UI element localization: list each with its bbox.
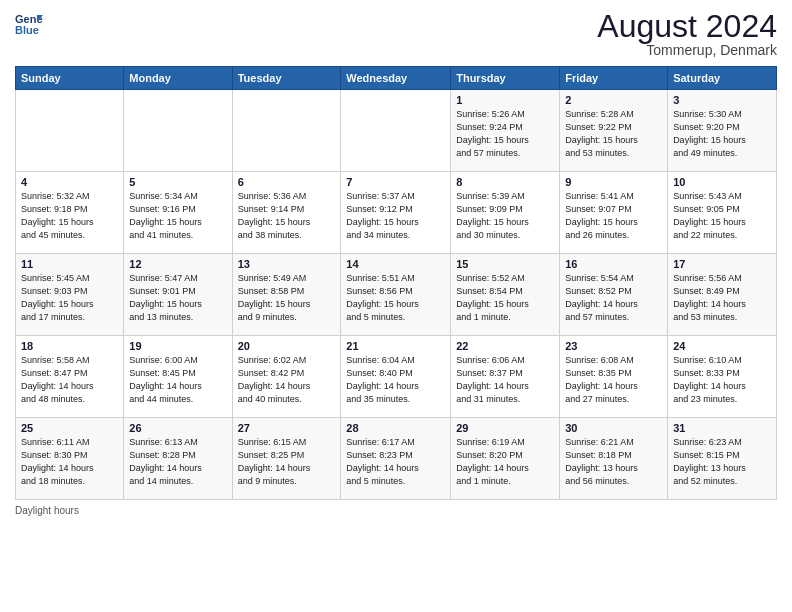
month-title: August 2024	[597, 10, 777, 42]
day-cell-9: 9Sunrise: 5:41 AM Sunset: 9:07 PM Daylig…	[560, 172, 668, 254]
day-cell-26: 26Sunrise: 6:13 AM Sunset: 8:28 PM Dayli…	[124, 418, 232, 500]
day-info-24: Sunrise: 6:10 AM Sunset: 8:33 PM Dayligh…	[673, 354, 771, 406]
day-cell-22: 22Sunrise: 6:06 AM Sunset: 8:37 PM Dayli…	[451, 336, 560, 418]
day-cell-23: 23Sunrise: 6:08 AM Sunset: 8:35 PM Dayli…	[560, 336, 668, 418]
day-number-21: 21	[346, 340, 445, 352]
logo-icon: General Blue	[15, 10, 43, 38]
day-info-19: Sunrise: 6:00 AM Sunset: 8:45 PM Dayligh…	[129, 354, 226, 406]
day-cell-19: 19Sunrise: 6:00 AM Sunset: 8:45 PM Dayli…	[124, 336, 232, 418]
day-cell-2: 2Sunrise: 5:28 AM Sunset: 9:22 PM Daylig…	[560, 90, 668, 172]
day-info-18: Sunrise: 5:58 AM Sunset: 8:47 PM Dayligh…	[21, 354, 118, 406]
day-cell-10: 10Sunrise: 5:43 AM Sunset: 9:05 PM Dayli…	[668, 172, 777, 254]
day-info-7: Sunrise: 5:37 AM Sunset: 9:12 PM Dayligh…	[346, 190, 445, 242]
day-cell-25: 25Sunrise: 6:11 AM Sunset: 8:30 PM Dayli…	[16, 418, 124, 500]
day-info-10: Sunrise: 5:43 AM Sunset: 9:05 PM Dayligh…	[673, 190, 771, 242]
weekday-sunday: Sunday	[16, 67, 124, 90]
day-cell-3: 3Sunrise: 5:30 AM Sunset: 9:20 PM Daylig…	[668, 90, 777, 172]
day-number-2: 2	[565, 94, 662, 106]
day-info-6: Sunrise: 5:36 AM Sunset: 9:14 PM Dayligh…	[238, 190, 336, 242]
day-cell-28: 28Sunrise: 6:17 AM Sunset: 8:23 PM Dayli…	[341, 418, 451, 500]
day-info-3: Sunrise: 5:30 AM Sunset: 9:20 PM Dayligh…	[673, 108, 771, 160]
weekday-tuesday: Tuesday	[232, 67, 341, 90]
day-cell-24: 24Sunrise: 6:10 AM Sunset: 8:33 PM Dayli…	[668, 336, 777, 418]
day-number-8: 8	[456, 176, 554, 188]
weekday-monday: Monday	[124, 67, 232, 90]
day-number-5: 5	[129, 176, 226, 188]
weekday-friday: Friday	[560, 67, 668, 90]
day-info-13: Sunrise: 5:49 AM Sunset: 8:58 PM Dayligh…	[238, 272, 336, 324]
weekday-thursday: Thursday	[451, 67, 560, 90]
day-cell-6: 6Sunrise: 5:36 AM Sunset: 9:14 PM Daylig…	[232, 172, 341, 254]
day-info-11: Sunrise: 5:45 AM Sunset: 9:03 PM Dayligh…	[21, 272, 118, 324]
day-info-12: Sunrise: 5:47 AM Sunset: 9:01 PM Dayligh…	[129, 272, 226, 324]
day-cell-13: 13Sunrise: 5:49 AM Sunset: 8:58 PM Dayli…	[232, 254, 341, 336]
day-cell-15: 15Sunrise: 5:52 AM Sunset: 8:54 PM Dayli…	[451, 254, 560, 336]
title-block: August 2024 Tommerup, Denmark	[597, 10, 777, 58]
day-info-28: Sunrise: 6:17 AM Sunset: 8:23 PM Dayligh…	[346, 436, 445, 488]
svg-text:Blue: Blue	[15, 24, 39, 36]
weekday-saturday: Saturday	[668, 67, 777, 90]
day-number-27: 27	[238, 422, 336, 434]
footer-text: Daylight hours	[15, 505, 79, 516]
day-info-30: Sunrise: 6:21 AM Sunset: 8:18 PM Dayligh…	[565, 436, 662, 488]
day-number-19: 19	[129, 340, 226, 352]
empty-cell	[341, 90, 451, 172]
day-cell-7: 7Sunrise: 5:37 AM Sunset: 9:12 PM Daylig…	[341, 172, 451, 254]
day-cell-14: 14Sunrise: 5:51 AM Sunset: 8:56 PM Dayli…	[341, 254, 451, 336]
day-number-13: 13	[238, 258, 336, 270]
empty-cell	[232, 90, 341, 172]
day-info-9: Sunrise: 5:41 AM Sunset: 9:07 PM Dayligh…	[565, 190, 662, 242]
day-number-3: 3	[673, 94, 771, 106]
page: General Blue August 2024 Tommerup, Denma…	[0, 0, 792, 612]
day-info-23: Sunrise: 6:08 AM Sunset: 8:35 PM Dayligh…	[565, 354, 662, 406]
day-number-25: 25	[21, 422, 118, 434]
day-number-31: 31	[673, 422, 771, 434]
day-info-2: Sunrise: 5:28 AM Sunset: 9:22 PM Dayligh…	[565, 108, 662, 160]
day-cell-20: 20Sunrise: 6:02 AM Sunset: 8:42 PM Dayli…	[232, 336, 341, 418]
day-info-5: Sunrise: 5:34 AM Sunset: 9:16 PM Dayligh…	[129, 190, 226, 242]
week-row-2: 4Sunrise: 5:32 AM Sunset: 9:18 PM Daylig…	[16, 172, 777, 254]
day-number-15: 15	[456, 258, 554, 270]
day-cell-17: 17Sunrise: 5:56 AM Sunset: 8:49 PM Dayli…	[668, 254, 777, 336]
day-info-29: Sunrise: 6:19 AM Sunset: 8:20 PM Dayligh…	[456, 436, 554, 488]
empty-cell	[16, 90, 124, 172]
weekday-wednesday: Wednesday	[341, 67, 451, 90]
day-info-27: Sunrise: 6:15 AM Sunset: 8:25 PM Dayligh…	[238, 436, 336, 488]
day-info-17: Sunrise: 5:56 AM Sunset: 8:49 PM Dayligh…	[673, 272, 771, 324]
day-number-1: 1	[456, 94, 554, 106]
day-number-30: 30	[565, 422, 662, 434]
day-number-4: 4	[21, 176, 118, 188]
day-info-4: Sunrise: 5:32 AM Sunset: 9:18 PM Dayligh…	[21, 190, 118, 242]
day-cell-27: 27Sunrise: 6:15 AM Sunset: 8:25 PM Dayli…	[232, 418, 341, 500]
day-info-20: Sunrise: 6:02 AM Sunset: 8:42 PM Dayligh…	[238, 354, 336, 406]
footer: Daylight hours	[15, 505, 777, 516]
weekday-header-row: SundayMondayTuesdayWednesdayThursdayFrid…	[16, 67, 777, 90]
day-info-26: Sunrise: 6:13 AM Sunset: 8:28 PM Dayligh…	[129, 436, 226, 488]
day-cell-8: 8Sunrise: 5:39 AM Sunset: 9:09 PM Daylig…	[451, 172, 560, 254]
day-number-23: 23	[565, 340, 662, 352]
day-number-28: 28	[346, 422, 445, 434]
day-number-24: 24	[673, 340, 771, 352]
day-number-29: 29	[456, 422, 554, 434]
day-number-22: 22	[456, 340, 554, 352]
day-info-16: Sunrise: 5:54 AM Sunset: 8:52 PM Dayligh…	[565, 272, 662, 324]
calendar-body: 1Sunrise: 5:26 AM Sunset: 9:24 PM Daylig…	[16, 90, 777, 500]
day-info-31: Sunrise: 6:23 AM Sunset: 8:15 PM Dayligh…	[673, 436, 771, 488]
day-number-20: 20	[238, 340, 336, 352]
day-number-9: 9	[565, 176, 662, 188]
logo: General Blue	[15, 10, 47, 38]
empty-cell	[124, 90, 232, 172]
day-cell-21: 21Sunrise: 6:04 AM Sunset: 8:40 PM Dayli…	[341, 336, 451, 418]
day-number-10: 10	[673, 176, 771, 188]
location: Tommerup, Denmark	[597, 42, 777, 58]
day-cell-31: 31Sunrise: 6:23 AM Sunset: 8:15 PM Dayli…	[668, 418, 777, 500]
week-row-4: 18Sunrise: 5:58 AM Sunset: 8:47 PM Dayli…	[16, 336, 777, 418]
week-row-1: 1Sunrise: 5:26 AM Sunset: 9:24 PM Daylig…	[16, 90, 777, 172]
day-cell-16: 16Sunrise: 5:54 AM Sunset: 8:52 PM Dayli…	[560, 254, 668, 336]
week-row-3: 11Sunrise: 5:45 AM Sunset: 9:03 PM Dayli…	[16, 254, 777, 336]
day-cell-18: 18Sunrise: 5:58 AM Sunset: 8:47 PM Dayli…	[16, 336, 124, 418]
day-number-18: 18	[21, 340, 118, 352]
day-info-14: Sunrise: 5:51 AM Sunset: 8:56 PM Dayligh…	[346, 272, 445, 324]
day-info-22: Sunrise: 6:06 AM Sunset: 8:37 PM Dayligh…	[456, 354, 554, 406]
day-cell-5: 5Sunrise: 5:34 AM Sunset: 9:16 PM Daylig…	[124, 172, 232, 254]
